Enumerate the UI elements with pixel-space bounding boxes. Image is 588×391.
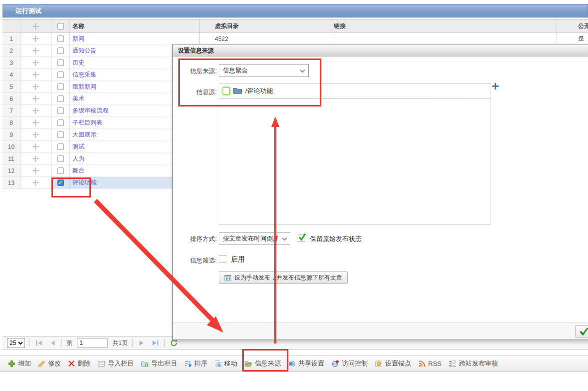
toolbar-delete-button[interactable]: 删除 xyxy=(68,359,90,368)
row-checkbox[interactable] xyxy=(57,180,64,186)
first-page-button[interactable] xyxy=(34,338,43,348)
prev-page-button[interactable] xyxy=(48,338,57,348)
row-name-link[interactable]: 测试 xyxy=(72,142,84,151)
enable-filter-checkbox[interactable] xyxy=(219,255,226,262)
row-move-cell[interactable] xyxy=(20,129,51,140)
row-vdir: 4522 xyxy=(200,33,332,44)
row-move-cell[interactable] xyxy=(20,105,51,116)
row-checkbox[interactable] xyxy=(57,96,64,102)
row-move-cell[interactable] xyxy=(20,117,51,128)
order-select[interactable]: 按文章发布时间倒序 xyxy=(219,232,290,245)
move-row-icon[interactable] xyxy=(32,132,39,138)
table-row[interactable]: 1 新闻 4522 是 xyxy=(2,33,588,45)
row-move-cell[interactable] xyxy=(20,165,51,176)
row-checkbox[interactable] xyxy=(57,84,64,90)
share-icon xyxy=(288,360,296,368)
row-name-link[interactable]: 子栏目列表 xyxy=(72,118,102,127)
toolbar-info-source-button[interactable]: 信息来源 xyxy=(244,359,281,368)
row-checkbox[interactable] xyxy=(57,108,64,114)
row-checkbox[interactable] xyxy=(57,132,64,138)
row-name-link[interactable]: 新闻 xyxy=(72,34,84,43)
move-row-icon[interactable] xyxy=(32,72,39,78)
feed-item-path: /评论功能 xyxy=(245,86,273,96)
row-checkbox[interactable] xyxy=(57,156,64,162)
row-move-cell[interactable] xyxy=(20,177,51,188)
row-checkbox-cell xyxy=(51,117,70,128)
toolbar-rss-button[interactable]: RSS xyxy=(418,360,442,368)
toolbar-share-settings-button[interactable]: 共享设置 xyxy=(288,359,324,368)
row-checkbox[interactable] xyxy=(57,60,64,66)
row-name-link[interactable]: 大图展示 xyxy=(72,130,96,139)
row-move-cell[interactable] xyxy=(20,69,51,80)
row-checkbox-cell xyxy=(51,45,70,56)
add-icon xyxy=(8,360,15,368)
row-checkbox[interactable] xyxy=(57,120,64,126)
row-checkbox-cell xyxy=(51,141,70,152)
move-row-icon[interactable] xyxy=(32,180,39,186)
toolbar-export-button[interactable]: 导出栏目 xyxy=(141,359,177,368)
move-row-icon[interactable] xyxy=(32,168,39,174)
toolbar-set-anchor-button[interactable]: 设置锚点 xyxy=(375,359,411,368)
row-name-link[interactable]: 舞台 xyxy=(72,166,84,175)
move-row-icon[interactable] xyxy=(32,48,39,54)
row-name-link[interactable]: 人为 xyxy=(72,154,84,163)
row-move-cell[interactable] xyxy=(20,57,51,68)
move-row-icon[interactable] xyxy=(32,96,39,102)
row-name-link[interactable]: 美术 xyxy=(72,94,84,103)
enable-filter-label: 启用 xyxy=(231,255,245,264)
row-checkbox[interactable] xyxy=(57,72,64,78)
next-page-button[interactable] xyxy=(137,338,146,348)
move-row-icon[interactable] xyxy=(32,144,39,150)
page-number-input[interactable] xyxy=(77,338,108,348)
row-checkbox[interactable] xyxy=(57,36,64,42)
info-source-label: 信息来源: xyxy=(181,67,217,76)
move-row-icon[interactable] xyxy=(32,156,39,162)
page-size-select[interactable]: 25 xyxy=(7,338,25,348)
toolbar-access-control-button[interactable]: 访问控制 xyxy=(331,359,368,368)
toolbar-edit-button[interactable]: 修改 xyxy=(38,359,61,368)
info-source-select[interactable]: 信息聚合 xyxy=(219,64,309,77)
select-all-checkbox[interactable] xyxy=(57,23,64,30)
row-checkbox[interactable] xyxy=(57,144,64,150)
row-move-cell[interactable] xyxy=(20,141,51,152)
row-checkbox[interactable] xyxy=(57,168,64,174)
last-page-button[interactable] xyxy=(151,338,160,348)
row-move-cell[interactable] xyxy=(20,81,51,92)
row-move-cell[interactable] xyxy=(20,93,51,104)
header-virtual-dir[interactable]: 虚拟目录 xyxy=(200,20,332,32)
row-name-link[interactable]: 信息采集 xyxy=(72,70,96,79)
ok-button[interactable] xyxy=(575,325,588,338)
feed-item-checkbox[interactable] xyxy=(223,88,230,94)
row-name-link[interactable]: 评论功能 xyxy=(72,178,96,187)
feed-source-item[interactable]: /评论功能 xyxy=(219,84,491,98)
toolbar-sort-button[interactable]: 排序 xyxy=(184,359,207,368)
toolbar-import-button[interactable]: 导入栏目 xyxy=(97,359,134,368)
row-name-link[interactable]: 历史 xyxy=(72,58,84,67)
row-name-link[interactable]: 通知公告 xyxy=(72,46,96,55)
header-name[interactable]: 名称 xyxy=(70,20,200,32)
header-public[interactable]: 公开 xyxy=(557,20,588,32)
row-checkbox[interactable] xyxy=(57,48,64,54)
toolbar-add-button[interactable]: 增加 xyxy=(8,359,31,368)
sort-icon xyxy=(184,360,192,368)
row-move-cell[interactable] xyxy=(20,33,51,44)
header-link[interactable]: 链接 xyxy=(332,20,557,32)
row-number: 2 xyxy=(2,45,20,56)
row-move-cell[interactable] xyxy=(20,45,51,56)
toolbar-cross-site-review-button[interactable]: 跨站发布审核 xyxy=(449,359,498,368)
add-feed-source-button[interactable]: + xyxy=(492,80,499,92)
move-row-icon[interactable] xyxy=(32,60,39,66)
feed-source-list[interactable]: /评论功能 xyxy=(219,83,491,224)
keep-state-checkbox[interactable] xyxy=(298,234,305,242)
toolbar-move-button[interactable]: 移动 xyxy=(214,359,237,368)
feed-label: 信息源: xyxy=(181,88,217,96)
move-row-icon[interactable] xyxy=(32,108,39,114)
dialog-footer xyxy=(173,322,588,340)
row-name-link[interactable]: 最新新闻 xyxy=(72,82,96,91)
manual-publish-button[interactable]: 设为手动发布，并发布信息源下所有文章 xyxy=(219,271,348,284)
row-move-cell[interactable] xyxy=(20,153,51,164)
move-row-icon[interactable] xyxy=(32,120,39,126)
row-name-link[interactable]: 多级审核流程 xyxy=(72,106,108,115)
move-row-icon[interactable] xyxy=(32,84,39,90)
move-row-icon[interactable] xyxy=(32,36,39,42)
